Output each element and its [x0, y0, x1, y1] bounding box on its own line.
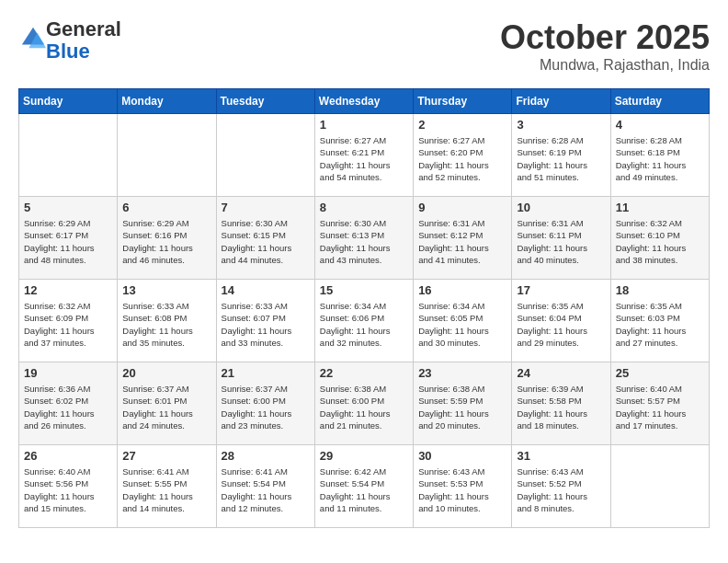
calendar-cell: 16Sunrise: 6:34 AM Sunset: 6:05 PM Dayli… — [414, 280, 512, 362]
day-info: Sunrise: 6:37 AM Sunset: 6:01 PM Dayligh… — [122, 383, 210, 431]
weekday-header-saturday: Saturday — [610, 89, 709, 114]
calendar-cell: 24Sunrise: 6:39 AM Sunset: 5:58 PM Dayli… — [512, 362, 610, 445]
day-info: Sunrise: 6:33 AM Sunset: 6:08 PM Dayligh… — [122, 300, 210, 349]
calendar-cell: 8Sunrise: 6:30 AM Sunset: 6:13 PM Daylig… — [314, 197, 413, 280]
calendar-week-2: 5Sunrise: 6:29 AM Sunset: 6:17 PM Daylig… — [19, 197, 710, 280]
day-info: Sunrise: 6:34 AM Sunset: 6:05 PM Dayligh… — [418, 300, 506, 349]
calendar-cell: 10Sunrise: 6:31 AM Sunset: 6:11 PM Dayli… — [512, 197, 610, 280]
day-number: 2 — [418, 118, 506, 132]
day-number: 27 — [122, 449, 210, 463]
day-info: Sunrise: 6:41 AM Sunset: 5:55 PM Dayligh… — [122, 465, 210, 514]
calendar-cell: 4Sunrise: 6:28 AM Sunset: 6:18 PM Daylig… — [610, 114, 709, 197]
day-info: Sunrise: 6:35 AM Sunset: 6:04 PM Dayligh… — [517, 300, 605, 349]
calendar-cell: 21Sunrise: 6:37 AM Sunset: 6:00 PM Dayli… — [216, 362, 314, 445]
day-info: Sunrise: 6:37 AM Sunset: 6:00 PM Dayligh… — [222, 383, 310, 431]
weekday-header-sunday: Sunday — [19, 89, 118, 114]
day-info: Sunrise: 6:36 AM Sunset: 6:02 PM Dayligh… — [24, 383, 112, 431]
logo-blue-text: Blue — [46, 40, 90, 63]
day-info: Sunrise: 6:35 AM Sunset: 6:03 PM Dayligh… — [616, 300, 704, 349]
header-row: SundayMondayTuesdayWednesdayThursdayFrid… — [19, 89, 710, 114]
weekday-header-wednesday: Wednesday — [314, 89, 413, 114]
calendar-cell: 14Sunrise: 6:33 AM Sunset: 6:07 PM Dayli… — [216, 280, 314, 362]
calendar-cell: 30Sunrise: 6:43 AM Sunset: 5:53 PM Dayli… — [414, 445, 512, 528]
day-info: Sunrise: 6:27 AM Sunset: 6:20 PM Dayligh… — [418, 134, 506, 183]
day-info: Sunrise: 6:39 AM Sunset: 5:58 PM Dayligh… — [517, 383, 605, 431]
day-number: 20 — [122, 366, 210, 380]
day-info: Sunrise: 6:29 AM Sunset: 6:16 PM Dayligh… — [122, 217, 210, 266]
title-block: October 2025 Mundwa, Rajasthan, India — [500, 18, 710, 74]
day-info: Sunrise: 6:29 AM Sunset: 6:17 PM Dayligh… — [24, 217, 112, 266]
calendar-cell: 27Sunrise: 6:41 AM Sunset: 5:55 PM Dayli… — [118, 445, 216, 528]
day-info: Sunrise: 6:32 AM Sunset: 6:10 PM Dayligh… — [616, 217, 704, 266]
calendar-header: SundayMondayTuesdayWednesdayThursdayFrid… — [19, 89, 710, 114]
calendar-cell: 25Sunrise: 6:40 AM Sunset: 5:57 PM Dayli… — [610, 362, 709, 445]
day-number: 22 — [320, 366, 408, 380]
calendar-cell: 2Sunrise: 6:27 AM Sunset: 6:20 PM Daylig… — [414, 114, 512, 197]
day-number: 13 — [122, 283, 210, 297]
calendar-cell — [19, 114, 118, 197]
calendar-cell: 12Sunrise: 6:32 AM Sunset: 6:09 PM Dayli… — [19, 280, 118, 362]
day-number: 3 — [517, 118, 605, 132]
calendar-cell: 20Sunrise: 6:37 AM Sunset: 6:01 PM Dayli… — [118, 362, 216, 445]
day-number: 18 — [616, 283, 704, 297]
day-info: Sunrise: 6:40 AM Sunset: 5:57 PM Dayligh… — [616, 383, 704, 431]
day-number: 7 — [222, 201, 310, 214]
logo-icon — [20, 26, 46, 52]
day-number: 5 — [24, 201, 112, 214]
calendar-week-3: 12Sunrise: 6:32 AM Sunset: 6:09 PM Dayli… — [19, 280, 710, 362]
day-info: Sunrise: 6:28 AM Sunset: 6:19 PM Dayligh… — [517, 134, 605, 183]
day-info: Sunrise: 6:27 AM Sunset: 6:21 PM Dayligh… — [320, 134, 408, 183]
calendar-cell: 18Sunrise: 6:35 AM Sunset: 6:03 PM Dayli… — [610, 280, 709, 362]
day-number: 24 — [517, 366, 605, 380]
calendar-week-5: 26Sunrise: 6:40 AM Sunset: 5:56 PM Dayli… — [19, 445, 710, 528]
day-number: 15 — [320, 283, 408, 297]
calendar-cell — [216, 114, 314, 197]
day-number: 23 — [418, 366, 506, 380]
calendar-cell: 11Sunrise: 6:32 AM Sunset: 6:10 PM Dayli… — [610, 197, 709, 280]
day-number: 8 — [320, 201, 408, 214]
calendar-table: SundayMondayTuesdayWednesdayThursdayFrid… — [18, 88, 710, 528]
day-number: 19 — [24, 366, 112, 380]
day-info: Sunrise: 6:40 AM Sunset: 5:56 PM Dayligh… — [24, 465, 112, 514]
logo: General Blue — [18, 18, 121, 63]
day-number: 12 — [24, 283, 112, 297]
weekday-header-monday: Monday — [118, 89, 216, 114]
day-number: 10 — [517, 201, 605, 214]
calendar-cell: 9Sunrise: 6:31 AM Sunset: 6:12 PM Daylig… — [414, 197, 512, 280]
day-number: 26 — [24, 449, 112, 463]
day-number: 30 — [418, 449, 506, 463]
day-number: 6 — [122, 201, 210, 214]
day-number: 28 — [222, 449, 310, 463]
calendar-cell: 5Sunrise: 6:29 AM Sunset: 6:17 PM Daylig… — [19, 197, 118, 280]
calendar-cell: 23Sunrise: 6:38 AM Sunset: 5:59 PM Dayli… — [414, 362, 512, 445]
calendar-cell: 6Sunrise: 6:29 AM Sunset: 6:16 PM Daylig… — [118, 197, 216, 280]
day-info: Sunrise: 6:42 AM Sunset: 5:54 PM Dayligh… — [320, 465, 408, 514]
calendar-cell — [610, 445, 709, 528]
day-number: 9 — [418, 201, 506, 214]
day-info: Sunrise: 6:30 AM Sunset: 6:13 PM Dayligh… — [320, 217, 408, 266]
calendar-cell: 31Sunrise: 6:43 AM Sunset: 5:52 PM Dayli… — [512, 445, 610, 528]
day-number: 14 — [222, 283, 310, 297]
page-header: General Blue October 2025 Mundwa, Rajast… — [18, 18, 710, 74]
day-info: Sunrise: 6:41 AM Sunset: 5:54 PM Dayligh… — [222, 465, 310, 514]
calendar-cell: 29Sunrise: 6:42 AM Sunset: 5:54 PM Dayli… — [314, 445, 413, 528]
calendar-week-1: 1Sunrise: 6:27 AM Sunset: 6:21 PM Daylig… — [19, 114, 710, 197]
day-info: Sunrise: 6:33 AM Sunset: 6:07 PM Dayligh… — [222, 300, 310, 349]
day-info: Sunrise: 6:34 AM Sunset: 6:06 PM Dayligh… — [320, 300, 408, 349]
calendar-cell: 28Sunrise: 6:41 AM Sunset: 5:54 PM Dayli… — [216, 445, 314, 528]
calendar-cell: 1Sunrise: 6:27 AM Sunset: 6:21 PM Daylig… — [314, 114, 413, 197]
location-subtitle: Mundwa, Rajasthan, India — [500, 57, 710, 74]
calendar-cell: 7Sunrise: 6:30 AM Sunset: 6:15 PM Daylig… — [216, 197, 314, 280]
day-info: Sunrise: 6:43 AM Sunset: 5:53 PM Dayligh… — [418, 465, 506, 514]
calendar-cell: 19Sunrise: 6:36 AM Sunset: 6:02 PM Dayli… — [19, 362, 118, 445]
calendar-cell: 22Sunrise: 6:38 AM Sunset: 6:00 PM Dayli… — [314, 362, 413, 445]
day-number: 25 — [616, 366, 704, 380]
day-number: 1 — [320, 118, 408, 132]
day-number: 29 — [320, 449, 408, 463]
day-info: Sunrise: 6:43 AM Sunset: 5:52 PM Dayligh… — [517, 465, 605, 514]
day-number: 16 — [418, 283, 506, 297]
day-info: Sunrise: 6:30 AM Sunset: 6:15 PM Dayligh… — [222, 217, 310, 266]
day-number: 11 — [616, 201, 704, 214]
weekday-header-friday: Friday — [512, 89, 610, 114]
weekday-header-thursday: Thursday — [414, 89, 512, 114]
